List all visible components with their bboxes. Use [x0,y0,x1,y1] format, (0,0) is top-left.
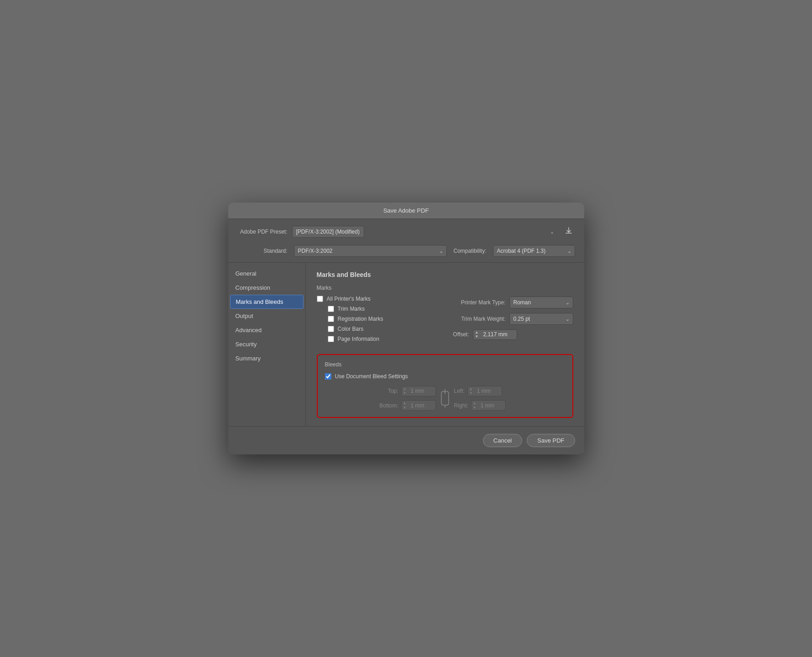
preset-label: Adobe PDF Preset: [237,229,288,235]
dialog-title: Save Adobe PDF [383,207,429,214]
bleed-bottom-label: Bottom: [379,402,398,409]
all-printers-marks-checkbox[interactable] [317,296,323,302]
offset-input[interactable] [480,330,517,339]
offset-spinner-arrows[interactable]: ▲ ▼ [473,330,481,339]
sidebar-item-general[interactable]: General [228,266,305,281]
use-document-bleed-label: Use Document Bleed Settings [335,373,408,380]
compatibility-select[interactable]: Acrobat 4 (PDF 1.3) [493,245,575,257]
use-document-bleed-checkbox[interactable] [325,373,331,380]
bleeds-title: Bleeds [325,361,565,368]
color-bars-label: Color Bars [338,326,364,332]
sidebar-item-marks-and-bleeds[interactable]: Marks and Bleeds [230,295,304,309]
chain-link-icon [440,387,451,410]
printer-mark-type-label: Printer Mark Type: [446,299,506,306]
bleed-right-down[interactable]: ▼ [473,406,477,410]
page-information-label: Page Information [338,336,379,342]
marks-right: Printer Mark Type: Roman Trim Mark Weigh… [446,296,573,346]
bleed-top-down[interactable]: ▼ [403,391,407,396]
compatibility-label: Compatibility: [453,248,486,254]
bleed-left-down[interactable]: ▼ [469,391,473,396]
printer-mark-type-select-wrapper: Roman [509,297,573,308]
bleed-bottom-input[interactable] [408,401,435,410]
section-title: Marks and Bleeds [317,271,573,278]
standard-select[interactable]: PDF/X-3:2002 [294,245,447,257]
sidebar-item-advanced[interactable]: Advanced [228,323,305,337]
title-bar: Save Adobe PDF [228,203,584,219]
marks-section-label: Marks [317,285,573,291]
standard-select-wrapper: PDF/X-3:2002 [294,245,447,257]
registration-marks-checkbox[interactable] [328,316,334,322]
bleed-right-up[interactable]: ▲ [473,401,477,406]
sidebar: General Compression Marks and Bleeds Out… [228,263,306,426]
bleed-left-group: Top: ▲ ▼ Bottom: [325,386,436,411]
bleed-left-up[interactable]: ▲ [469,387,473,391]
bleed-top-row: Top: ▲ ▼ [325,386,436,396]
trim-mark-weight-label: Trim Mark Weight: [446,316,506,322]
bleed-right-label: Right: [454,402,468,409]
offset-up-arrow[interactable]: ▲ [475,330,479,335]
preset-row: Adobe PDF Preset: [PDF/X-3:2002] (Modifi… [228,219,584,242]
bleed-bottom-arrows[interactable]: ▲ ▼ [402,401,408,410]
registration-marks-row: Registration Marks [328,316,437,322]
marks-left: All Printer's Marks Trim Marks Registrat… [317,296,437,346]
marks-layout: All Printer's Marks Trim Marks Registrat… [317,296,573,346]
printer-mark-type-row: Printer Mark Type: Roman [446,297,573,308]
offset-down-arrow[interactable]: ▼ [475,334,479,339]
sidebar-item-output[interactable]: Output [228,309,305,323]
cancel-button[interactable]: Cancel [483,434,522,447]
bleed-bottom-spinner: ▲ ▼ [401,400,436,411]
use-document-bleed-row: Use Document Bleed Settings [325,373,565,380]
download-preset-button[interactable] [562,225,575,239]
trim-mark-weight-select-wrapper: 0.25 pt [509,313,573,325]
bleed-left-arrows[interactable]: ▲ ▼ [468,386,474,396]
all-printers-marks-label: All Printer's Marks [327,296,371,302]
standard-row: Standard: PDF/X-3:2002 Compatibility: Ac… [228,242,584,262]
printer-mark-type-select[interactable]: Roman [509,297,573,308]
main-area: General Compression Marks and Bleeds Out… [228,262,584,426]
bleed-right-input[interactable] [478,401,505,410]
bleed-left-row: Left: ▲ ▼ [454,386,565,396]
bleeds-grid: Top: ▲ ▼ Bottom: [325,386,565,411]
bleed-left-label: Left: [454,388,465,394]
all-printers-marks-row: All Printer's Marks [317,296,437,302]
page-information-checkbox[interactable] [328,336,334,342]
preset-select-wrapper: [PDF/X-3:2002] (Modified) [292,226,558,238]
offset-spinner: ▲ ▼ [473,329,518,340]
bleed-bottom-down[interactable]: ▼ [403,406,407,410]
footer: Cancel Save PDF [228,426,584,454]
bleed-top-arrows[interactable]: ▲ ▼ [402,386,408,396]
sidebar-item-compression[interactable]: Compression [228,281,305,295]
trim-mark-weight-select[interactable]: 0.25 pt [509,313,573,325]
color-bars-row: Color Bars [328,326,437,332]
indent-marks: Trim Marks Registration Marks Color Bars [317,306,437,342]
trim-marks-row: Trim Marks [328,306,437,312]
bleed-left-spinner: ▲ ▼ [467,386,502,396]
preset-select[interactable]: [PDF/X-3:2002] (Modified) [292,226,364,238]
bleed-right-arrows[interactable]: ▲ ▼ [471,401,478,410]
offset-label: Offset: [446,331,469,338]
sidebar-item-summary[interactable]: Summary [228,351,305,365]
content-area: Marks and Bleeds Marks All Printer's Mar… [306,263,584,426]
bleeds-box: Bleeds Use Document Bleed Settings Top: [317,354,573,418]
bleed-top-spinner: ▲ ▼ [401,386,436,396]
offset-row: Offset: ▲ ▼ [446,329,573,340]
sidebar-item-security[interactable]: Security [228,337,305,351]
bleed-top-input[interactable] [408,386,435,396]
save-pdf-button[interactable]: Save PDF [527,434,575,447]
bleed-bottom-up[interactable]: ▲ [403,401,407,406]
standard-label: Standard: [237,248,288,254]
trim-marks-checkbox[interactable] [328,306,334,312]
bleed-right-group: Left: ▲ ▼ Right: [454,386,565,411]
bleed-left-input[interactable] [474,386,502,396]
trim-mark-weight-row: Trim Mark Weight: 0.25 pt [446,313,573,325]
trim-marks-label: Trim Marks [338,306,365,312]
bleed-top-up[interactable]: ▲ [403,387,407,391]
bleed-right-spinner: ▲ ▼ [471,400,506,411]
save-pdf-dialog: Save Adobe PDF Adobe PDF Preset: [PDF/X-… [228,203,584,454]
color-bars-checkbox[interactable] [328,326,334,332]
bleed-right-row: Right: ▲ ▼ [454,400,565,411]
registration-marks-label: Registration Marks [338,316,383,322]
compatibility-select-wrapper: Acrobat 4 (PDF 1.3) [493,245,575,257]
bleed-bottom-row: Bottom: ▲ ▼ [325,400,436,411]
bleed-top-label: Top: [388,388,398,394]
